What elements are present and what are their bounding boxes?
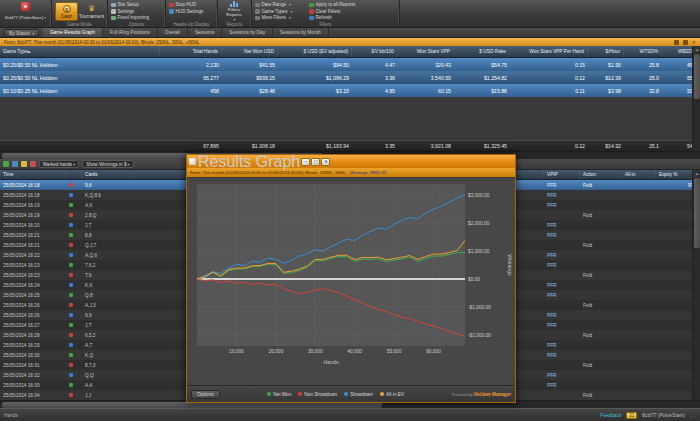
by-status-dropdown[interactable]: By Status ▾ bbox=[4, 29, 39, 37]
results-cell: 320.43 bbox=[398, 62, 454, 68]
results-column-header[interactable]: $ USD (EV adjusted) bbox=[278, 46, 352, 57]
tab-full-ring-positions[interactable]: Full Ring Positions bbox=[103, 28, 158, 37]
results-cell: $0.25/$0.50 NL Holdem bbox=[0, 62, 160, 68]
hand-cards: 9,9 bbox=[82, 313, 134, 318]
scrollbar-thumb[interactable] bbox=[694, 178, 700, 248]
hand-action: Fold bbox=[580, 243, 622, 248]
hands-column-header[interactable]: Cards bbox=[82, 170, 134, 179]
powered-by-label: Powered by Holdem Manager bbox=[452, 392, 511, 397]
scroll-up-icon[interactable]: ▲ bbox=[693, 46, 700, 53]
tab-overall[interactable]: Overall bbox=[158, 28, 188, 37]
hand-tag bbox=[66, 293, 82, 298]
fixed-importing-button[interactable]: Fixed Importing bbox=[111, 15, 149, 21]
tag-icon bbox=[69, 293, 73, 297]
results-column-header[interactable]: Total Hands bbox=[160, 46, 222, 57]
show-winnings-select[interactable]: Show Winnings in $▾ bbox=[82, 160, 133, 168]
holdem-manager-brand: Holdem Manager bbox=[474, 392, 511, 397]
tournament-button[interactable]: ♛ Tournament bbox=[80, 2, 103, 21]
results-vertical-scrollbar[interactable]: ▲ ▼ bbox=[692, 46, 700, 159]
options-button[interactable]: Options bbox=[191, 390, 220, 399]
hands-column-header[interactable]: Action bbox=[580, 170, 622, 179]
date-range-dropdown[interactable]: Date Range▾ bbox=[255, 2, 307, 8]
hands-column-header[interactable]: All-in bbox=[622, 170, 656, 179]
scroll-up-icon[interactable]: ▲ bbox=[693, 170, 700, 177]
legend-item[interactable]: Non Showdown bbox=[298, 392, 337, 397]
apply-to-all-reports-button[interactable]: Apply to all Reports bbox=[309, 2, 355, 8]
tab-sessions-by-month[interactable]: Sessions by Month bbox=[273, 28, 329, 37]
hand-tag bbox=[66, 323, 82, 328]
legend-item[interactable]: All-in EV bbox=[380, 392, 404, 397]
results-column-header[interactable]: Game Type ▴ bbox=[0, 46, 160, 57]
results-column-header[interactable]: Net Won USD bbox=[222, 46, 278, 57]
tab-game-results-graph[interactable]: Game Results Graph bbox=[43, 28, 103, 37]
hand-tag bbox=[66, 193, 82, 198]
filter-save-icon[interactable] bbox=[683, 40, 688, 45]
hand-time: 25/05/2014 16:23 bbox=[0, 273, 66, 278]
results-cell: 25.8 bbox=[624, 62, 662, 68]
site-setup-button[interactable]: Site Setup bbox=[111, 2, 149, 8]
clear-filters-button[interactable]: Clear Filters bbox=[309, 9, 355, 15]
calendar-icon[interactable] bbox=[12, 161, 18, 167]
star-icon[interactable] bbox=[21, 161, 27, 167]
legend-item[interactable]: Showdown bbox=[344, 392, 373, 397]
tab-sessions-by-day[interactable]: Sessions by Day bbox=[222, 28, 273, 37]
replay-icon[interactable] bbox=[3, 161, 9, 167]
cash-button[interactable]: $ Cash bbox=[55, 2, 78, 21]
results-column-header[interactable]: Won Stars VPP bbox=[398, 46, 454, 57]
results-column-header[interactable]: $/Hour bbox=[588, 46, 624, 57]
scrollbar-thumb[interactable] bbox=[694, 54, 700, 99]
hand-cards: K,K bbox=[82, 283, 134, 288]
hand-cards: Q,8 bbox=[82, 293, 134, 298]
apply-to-all-reports-label: Apply to all Reports bbox=[316, 2, 356, 7]
hands-column-header[interactable] bbox=[66, 170, 82, 179]
more-filters-dropdown[interactable]: More Filters▾ bbox=[255, 15, 307, 21]
resize-grip[interactable]: ⋰ bbox=[690, 412, 696, 419]
results-column-header[interactable]: WTSD% bbox=[624, 46, 662, 57]
hand-vpip: PFR bbox=[544, 253, 580, 258]
svg-text:20,000: 20,000 bbox=[268, 349, 283, 354]
results-column-header[interactable]: $ USD Rake bbox=[454, 46, 510, 57]
legend-item[interactable]: Net Won bbox=[267, 392, 291, 397]
hand-tag bbox=[66, 243, 82, 248]
hand-action: Fold bbox=[580, 363, 622, 368]
account-selector[interactable]: 8cbf77 (PokerStars)▾ bbox=[5, 15, 46, 20]
hands-vertical-scrollbar[interactable]: ▲ ▼ bbox=[692, 170, 700, 408]
results-column-header[interactable]: Won Stars VPP Per Hand bbox=[510, 46, 588, 57]
marked-hands-label: Marked hands bbox=[43, 162, 72, 167]
game-types-dropdown[interactable]: Game Types▾ bbox=[255, 9, 307, 15]
filters-reports-button[interactable]: Filters Reports▾ bbox=[221, 2, 247, 21]
filter-edit-icon[interactable] bbox=[674, 40, 679, 45]
hand-vpip: PFR bbox=[544, 183, 580, 188]
results-row[interactable]: $0.10/$0.25 NL Holdem458$28.48$3.154.856… bbox=[0, 84, 700, 97]
svg-text:$3,000.00: $3,000.00 bbox=[468, 193, 490, 198]
refresh-button[interactable]: Refresh bbox=[309, 15, 355, 21]
tag-icon bbox=[69, 243, 73, 247]
results-row[interactable]: $0.25/$0.50 NL Holdem2,130$41.55$94.504.… bbox=[0, 58, 700, 71]
hud-settings-button[interactable]: HUD Settings bbox=[169, 9, 203, 15]
hand-vpip: PFR bbox=[544, 323, 580, 328]
hand-time: 25/05/2014 16:30 bbox=[0, 353, 66, 358]
feedback-link[interactable]: Feedback bbox=[600, 413, 621, 418]
settings-button[interactable]: Settings bbox=[111, 9, 149, 15]
hands-column-header[interactable]: VPIP bbox=[544, 170, 580, 179]
stop-hud-button[interactable]: Stop HUD bbox=[169, 2, 203, 8]
close-icon[interactable]: ✕ bbox=[692, 39, 696, 45]
graph-window-titlebar[interactable]: Results Graph – ▢ ✕ bbox=[187, 155, 515, 168]
date-range-label: Date Range bbox=[262, 2, 287, 7]
calendar-badge[interactable]: 31 bbox=[626, 412, 637, 419]
check-icon bbox=[309, 3, 314, 8]
filter-icon[interactable] bbox=[30, 161, 36, 167]
graph-window-icon bbox=[189, 158, 196, 165]
hand-tag bbox=[66, 183, 82, 188]
view-tab-bar: By Status ▾ Game Results Graph Full Ring… bbox=[0, 28, 700, 38]
game-mode-group-label: Game Mode bbox=[52, 22, 107, 27]
app-logo-icon[interactable]: ♠ bbox=[21, 2, 30, 11]
hands-column-header[interactable]: Time bbox=[0, 170, 66, 179]
close-icon[interactable]: ✕ bbox=[321, 158, 330, 166]
maximize-icon[interactable]: ▢ bbox=[311, 158, 320, 166]
results-column-header[interactable]: EV bb/100 bbox=[352, 46, 398, 57]
minimize-icon[interactable]: – bbox=[301, 158, 310, 166]
results-row[interactable]: $0.25/$0.50 NL Holdem65,277$938.15$1,096… bbox=[0, 71, 700, 84]
tab-sessions[interactable]: Sessions bbox=[188, 28, 222, 37]
marked-hands-select[interactable]: Marked hands▾ bbox=[39, 160, 79, 168]
